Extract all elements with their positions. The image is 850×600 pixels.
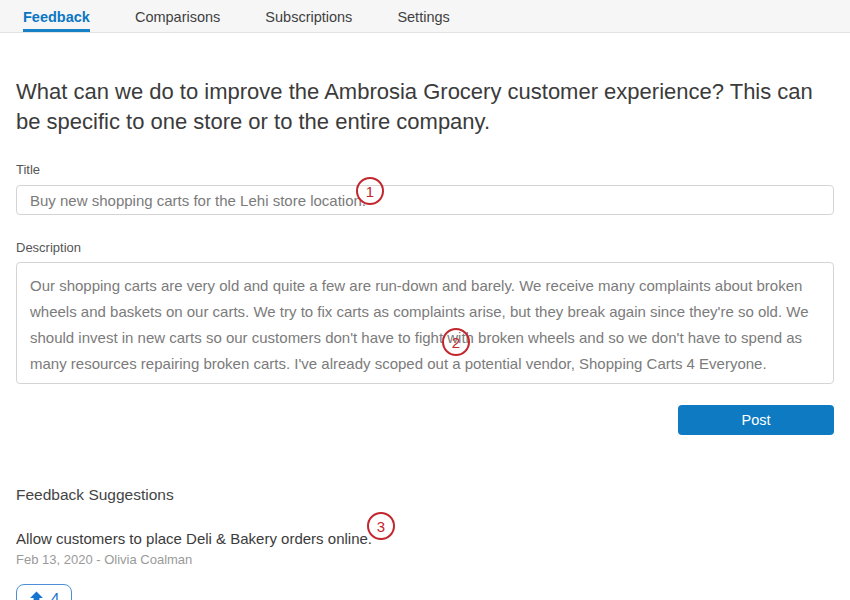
tab-settings[interactable]: Settings: [397, 0, 449, 32]
tab-subscriptions[interactable]: Subscriptions: [265, 0, 352, 32]
tab-bar: Feedback Comparisons Subscriptions Setti…: [0, 0, 850, 33]
upvote-button[interactable]: 4: [16, 584, 72, 600]
suggestion-byline: Feb 13, 2020 - Olivia Coalman: [16, 552, 834, 567]
title-input[interactable]: [16, 185, 834, 215]
description-textarea[interactable]: Our shopping carts are very old and quit…: [16, 262, 834, 384]
suggestion-item: Allow customers to place Deli & Bakery o…: [16, 530, 834, 600]
feedback-suggestions-heading: Feedback Suggestions: [16, 486, 834, 504]
description-label: Description: [16, 240, 834, 255]
feedback-question: What can we do to improve the Ambrosia G…: [16, 77, 822, 137]
title-label: Title: [16, 162, 834, 177]
tab-feedback[interactable]: Feedback: [23, 0, 90, 32]
vote-count: 4: [51, 589, 59, 600]
suggestion-title[interactable]: Allow customers to place Deli & Bakery o…: [16, 530, 834, 547]
post-button[interactable]: Post: [678, 405, 834, 435]
upvote-arrow-icon: [29, 591, 44, 600]
tab-comparisons[interactable]: Comparisons: [135, 0, 220, 32]
feedback-form-section: What can we do to improve the Ambrosia G…: [0, 77, 850, 600]
post-button-row: Post: [16, 405, 834, 435]
